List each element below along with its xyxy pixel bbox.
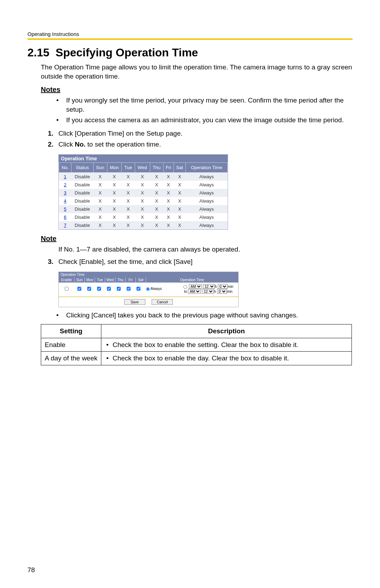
row-day-cell: X	[107, 173, 122, 181]
page-number: 78	[27, 566, 35, 574]
always-label: Always	[151, 287, 162, 291]
row-day-cell: X	[135, 213, 150, 221]
row-optime: Always	[186, 197, 228, 205]
row-day-cell: X	[107, 221, 122, 229]
section-number: 2.15	[27, 46, 49, 59]
row-no-link[interactable]: 5	[64, 206, 66, 212]
to-hour-select[interactable]: 12	[202, 289, 214, 294]
row-day-cell: X	[107, 189, 122, 197]
row-day-cell: X	[135, 221, 150, 229]
thu-checkbox[interactable]	[117, 287, 121, 291]
to-label: to	[184, 290, 187, 293]
row-optime: Always	[186, 181, 228, 189]
row-status: Disable	[71, 181, 93, 189]
row-day-cell: X	[150, 173, 163, 181]
from-min-select[interactable]: 0	[218, 284, 228, 289]
section-intro: The Operation Time page allows you to li…	[41, 63, 353, 81]
step-1: Click [Operation Time] on the Setup page…	[48, 129, 353, 139]
ot2-col-wed: Wed	[105, 277, 115, 283]
h-label-2: h	[214, 290, 216, 293]
note-item: If you wrongly set the time period, your…	[66, 96, 353, 114]
row-day-cell: X	[107, 197, 122, 205]
sun-checkbox[interactable]	[77, 287, 81, 291]
enable-checkbox[interactable]	[65, 287, 69, 291]
row-day-cell: X	[163, 173, 173, 181]
row-optime: Always	[186, 189, 228, 197]
header-divider	[27, 38, 353, 40]
row-day-cell: X	[107, 181, 122, 189]
table-row: 2DisableXXXXXXXAlways	[59, 181, 228, 189]
row-day-cell: X	[163, 197, 173, 205]
row-day-cell: X	[163, 189, 173, 197]
row-day-cell: X	[150, 197, 163, 205]
tue-checkbox[interactable]	[97, 287, 101, 291]
note-item: If you access the camera as an administr…	[66, 116, 353, 125]
desc-header-description: Description	[101, 324, 352, 338]
row-day-cell: X	[135, 181, 150, 189]
row-status: Disable	[71, 213, 93, 221]
row-no-link[interactable]: 4	[64, 198, 66, 204]
ot1-col-fri: Fri	[163, 163, 173, 173]
row-no-link[interactable]: 1	[64, 174, 66, 179]
ot1-col-wed: Wed	[135, 163, 150, 173]
to-min-select[interactable]: 0	[217, 289, 227, 294]
desc-row-1-desc: Check the box to enable the setting. Cle…	[113, 340, 348, 349]
row-no-link[interactable]: 7	[64, 223, 66, 228]
table-row: 6DisableXXXXXXXAlways	[59, 213, 228, 221]
table-row: 7DisableXXXXXXXAlways	[59, 221, 228, 229]
fri-checkbox[interactable]	[127, 287, 131, 291]
cancel-note: Clicking [Cancel] takes you back to the …	[66, 311, 353, 320]
table-row: 4DisableXXXXXXXAlways	[59, 197, 228, 205]
desc-header-setting: Setting	[41, 324, 101, 338]
time-range-radio[interactable]	[183, 285, 187, 289]
ot2-col-sun: Sun	[75, 277, 85, 283]
ot1-col-mon: Mon	[107, 163, 122, 173]
row-status: Disable	[71, 197, 93, 205]
row-day-cell: X	[173, 205, 186, 213]
h-label: h	[215, 285, 217, 289]
from-ampm-select[interactable]: AM	[189, 284, 202, 289]
row-day-cell: X	[122, 189, 135, 197]
cancel-button[interactable]: Cancel	[152, 299, 173, 305]
row-day-cell: X	[135, 173, 150, 181]
row-day-cell: X	[173, 221, 186, 229]
row-no-link[interactable]: 2	[64, 182, 66, 187]
row-day-cell: X	[150, 181, 163, 189]
step-2: Click No. to set the operation time.	[48, 140, 353, 150]
section-title-text: Specifying Operation Time	[56, 46, 198, 59]
row-day-cell: X	[150, 205, 163, 213]
row-day-cell: X	[150, 189, 163, 197]
row-day-cell: X	[93, 189, 107, 197]
row-optime: Always	[186, 213, 228, 221]
note-heading-2: Note	[41, 235, 353, 243]
desc-row-2-setting: A day of the week	[41, 352, 101, 365]
row-day-cell: X	[93, 213, 107, 221]
row-day-cell: X	[93, 181, 107, 189]
note-body-2: If No. 1—7 are disabled, the camera can …	[58, 245, 353, 254]
ot2-col-optime: Operation Time	[146, 277, 238, 283]
wed-checkbox[interactable]	[107, 287, 111, 291]
sat-checkbox[interactable]	[137, 287, 140, 291]
ot1-col-optime: Operation Time	[186, 163, 228, 173]
row-day-cell: X	[122, 213, 135, 221]
ot2-col-fri: Fri	[126, 277, 136, 283]
save-button[interactable]: Save	[124, 299, 145, 305]
mon-checkbox[interactable]	[87, 287, 91, 291]
step-2c: to set the operation time.	[86, 141, 161, 148]
row-day-cell: X	[107, 205, 122, 213]
row-no-link[interactable]: 6	[64, 215, 66, 220]
from-hour-select[interactable]: 12	[203, 284, 215, 289]
ot1-col-status: Status	[71, 163, 93, 173]
to-ampm-select[interactable]: AM	[188, 289, 201, 294]
row-day-cell: X	[173, 189, 186, 197]
always-radio[interactable]	[146, 287, 150, 291]
notes-heading: Notes	[41, 86, 353, 94]
table-row: 1DisableXXXXXXXAlways	[59, 173, 228, 181]
row-status: Disable	[71, 205, 93, 213]
table-row: 5DisableXXXXXXXAlways	[59, 205, 228, 213]
row-day-cell: X	[107, 213, 122, 221]
row-day-cell: X	[93, 205, 107, 213]
row-no-link[interactable]: 3	[64, 190, 66, 196]
row-day-cell: X	[163, 205, 173, 213]
row-status: Disable	[71, 173, 93, 181]
